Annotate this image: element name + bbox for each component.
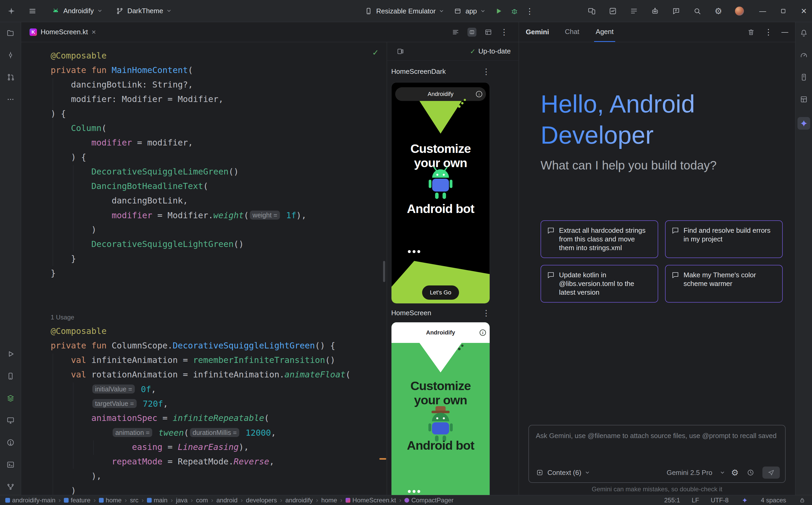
code-line[interactable]: private fun MainHomeContent(	[51, 63, 382, 77]
breadcrumb-item[interactable]: feature	[64, 497, 91, 504]
more-tool-windows-icon[interactable]	[6, 95, 15, 104]
code-line[interactable]: DecorativeSquiggleLimeGreen()	[51, 164, 382, 179]
breadcrumb-item[interactable]: androidify-main	[5, 497, 55, 504]
model-selector[interactable]: Gemini 2.5 Pro	[667, 469, 712, 477]
gemini-tool-icon[interactable]	[798, 117, 810, 130]
terminal-icon[interactable]	[6, 460, 15, 469]
run-button[interactable]	[494, 7, 503, 16]
code-view-icon[interactable]	[451, 28, 460, 37]
delete-conversation-icon[interactable]	[746, 28, 756, 37]
breadcrumb-item[interactable]: CompactPager	[404, 497, 454, 504]
layout-inspector-icon[interactable]	[799, 95, 808, 104]
profiler-icon[interactable]	[799, 51, 808, 59]
code-line[interactable]: animation = tween(durationMillis = 12000…	[51, 426, 382, 440]
code-line[interactable]	[51, 295, 382, 309]
settings-gear-icon[interactable]: ⚙	[714, 7, 723, 16]
device-selector[interactable]: Resizable Emulator	[364, 7, 443, 16]
context-selector[interactable]: Context (6)	[547, 469, 581, 477]
code-line[interactable]: @Composable	[51, 324, 382, 338]
device-explorer-icon[interactable]	[799, 73, 808, 82]
suggestion-card[interactable]: Make my Theme's color scheme warmer	[665, 265, 783, 303]
emulator-tool-icon[interactable]	[6, 416, 15, 425]
send-button[interactable]	[763, 467, 780, 479]
problems-icon[interactable]	[6, 438, 15, 447]
editor-tab[interactable]: K HomeScreen.kt ×	[24, 22, 102, 42]
gemini-prompt-input[interactable]	[529, 426, 785, 446]
split-view-icon[interactable]	[467, 28, 476, 37]
search-icon[interactable]	[693, 7, 702, 16]
feedback-icon[interactable]	[672, 7, 681, 16]
code-line[interactable]: )	[51, 483, 382, 495]
preview-label-homescreen[interactable]: HomeScreen ⋮	[387, 304, 518, 322]
window-maximize-icon[interactable]	[779, 7, 788, 16]
project-folder-icon[interactable]	[6, 28, 15, 37]
code-line[interactable]: repeatMode = RepeatMode.Reverse,	[51, 454, 382, 469]
version-control-icon[interactable]	[6, 482, 15, 491]
code-line[interactable]: }	[51, 266, 382, 281]
pull-requests-icon[interactable]	[6, 73, 15, 82]
lets-go-button[interactable]: Let's Go	[422, 286, 459, 300]
code-line[interactable]: @Composable	[51, 48, 382, 63]
breadcrumb-item[interactable]: android	[216, 497, 237, 504]
preview-phone-dark[interactable]: Androidify i Customize your own	[391, 82, 490, 304]
gemini-spark-icon[interactable]	[740, 496, 749, 505]
design-view-icon[interactable]	[484, 28, 493, 37]
breadcrumb-item[interactable]: HomeScreen.kt	[346, 497, 396, 504]
breadcrumb-item[interactable]: home	[321, 497, 337, 504]
inspections-status-icon[interactable]: ✓	[372, 48, 379, 57]
code-line[interactable]	[51, 281, 382, 295]
code-line[interactable]: initialValue = 0f,	[51, 382, 382, 396]
code-line[interactable]: DecorativeSquiggleLightGreen()	[51, 237, 382, 251]
gemini-settings-icon[interactable]: ⚙	[731, 468, 739, 477]
code-line[interactable]: 1 Usage	[51, 309, 382, 324]
more-actions-kebab-icon[interactable]: ⋮	[525, 7, 534, 16]
breadcrumb-item[interactable]: developers	[246, 497, 277, 504]
logcat-icon[interactable]	[629, 7, 639, 16]
file-encoding[interactable]: UTF-8	[711, 497, 729, 504]
run-configuration-selector[interactable]: app	[453, 7, 484, 16]
app-insights-icon[interactable]	[608, 7, 617, 16]
code-line[interactable]: dancingBotLink: String?,	[51, 77, 382, 92]
code-line[interactable]: modifier = Modifier.weight(weight = 1f),	[51, 208, 382, 222]
preview-label-homescreendark[interactable]: HomeScreenDark ⋮	[387, 61, 518, 82]
code-editor[interactable]: @Composableprivate fun MainHomeContent( …	[21, 42, 387, 495]
window-close-icon[interactable]: ×	[799, 7, 808, 16]
editor-scrollbar[interactable]	[383, 261, 385, 282]
code-line[interactable]: dancingBotLink,	[51, 193, 382, 208]
project-selector[interactable]: Androidify	[51, 7, 101, 16]
add-context-icon[interactable]	[535, 468, 544, 477]
code-line[interactable]: Column(	[51, 121, 382, 136]
history-icon[interactable]	[746, 468, 755, 477]
user-avatar[interactable]	[735, 7, 744, 16]
debug-button[interactable]	[510, 7, 519, 16]
suggestion-card[interactable]: Update kotlin in @libs.version.toml to t…	[541, 265, 658, 303]
code-line[interactable]: targetValue = 720f,	[51, 396, 382, 411]
suggestion-card[interactable]: Find and resolve build errors in my proj…	[665, 220, 783, 258]
vcs-branch-selector[interactable]: DarkTheme	[115, 7, 170, 16]
gemini-options-kebab-icon[interactable]: ⋮	[765, 27, 773, 37]
preview-phone-light[interactable]: Androidify i Customize your own Andr	[391, 322, 490, 495]
main-menu-icon[interactable]	[28, 7, 37, 16]
tab-chat[interactable]: Chat	[563, 22, 581, 42]
commit-icon[interactable]	[6, 51, 15, 59]
code-line[interactable]: ) {	[51, 107, 382, 121]
window-minimize-icon[interactable]: —	[758, 7, 767, 16]
breadcrumb-item[interactable]: main	[147, 497, 167, 504]
code-line[interactable]: easing = LinearEasing),	[51, 440, 382, 454]
readonly-lock-icon[interactable]	[798, 496, 807, 505]
suggestion-card[interactable]: Extract all hardcoded strings from this …	[541, 220, 658, 258]
code-line[interactable]: }	[51, 251, 382, 266]
code-line[interactable]: animationSpec = infiniteRepeatable(	[51, 411, 382, 426]
code-line[interactable]: val infiniteAnimation = rememberInfinite…	[51, 353, 382, 367]
close-tab-icon[interactable]: ×	[92, 28, 96, 36]
device-manager-icon[interactable]	[6, 372, 15, 381]
run-tool-icon[interactable]	[6, 349, 15, 358]
code-line[interactable]: ),	[51, 469, 382, 483]
gallery-mode-icon[interactable]	[396, 47, 405, 56]
notifications-bell-icon[interactable]	[799, 28, 808, 37]
hide-panel-icon[interactable]: —	[781, 28, 788, 36]
running-devices-icon[interactable]	[587, 7, 596, 16]
breadcrumb-item[interactable]: androidify	[285, 497, 313, 504]
tab-agent[interactable]: Agent	[594, 22, 615, 42]
breadcrumb-item[interactable]: home	[99, 497, 122, 504]
